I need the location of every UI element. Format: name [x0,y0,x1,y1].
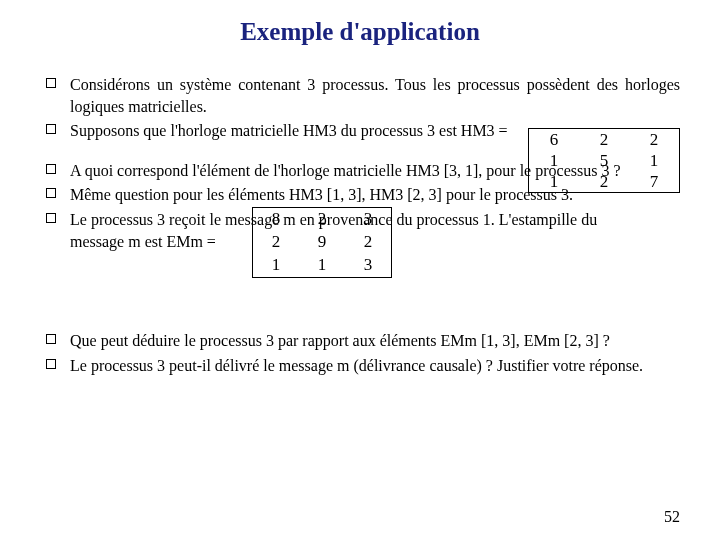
list-item: Considérons un système contenant 3 proce… [40,74,680,117]
matrix-cell: 1 [299,254,345,277]
matrix-cell: 2 [253,231,300,254]
matrix-cell: 2 [345,231,392,254]
matrix-cell: 3 [345,254,392,277]
matrix-cell: 9 [299,231,345,254]
bullet-text: Même question pour les éléments HM3 [1, … [70,186,573,203]
bullet-text: message m est EMm = [70,233,216,250]
bullet-text: Supposons que l'horloge matricielle HM3 … [70,122,508,139]
square-bullet-icon [46,213,56,223]
bullet-text: A quoi correspond l'élément de l'horloge… [70,162,621,179]
square-bullet-icon [46,78,56,88]
square-bullet-icon [46,164,56,174]
list-item: Que peut déduire le processus 3 par rapp… [40,330,680,352]
list-item: Le processus 3 peut-il délivré le messag… [40,355,680,377]
square-bullet-icon [46,359,56,369]
matrix-cell: 2 [579,129,629,151]
page-number: 52 [664,508,680,526]
square-bullet-icon [46,124,56,134]
bullet-text: Le processus 3 peut-il délivré le messag… [70,357,643,374]
matrix-cell: 1 [253,254,300,277]
bullet-block-3: Que peut déduire le processus 3 par rapp… [40,330,680,376]
bullet-text: Que peut déduire le processus 3 par rapp… [70,332,610,349]
matrix-cell: 6 [529,129,580,151]
matrix-emm: 8 2 3 2 9 2 1 1 3 [248,207,392,278]
square-bullet-icon [46,334,56,344]
matrix-cell: 2 [299,207,345,230]
page-title: Exemple d'application [40,18,680,46]
list-item: Le processus 3 reçoit le message m en pr… [40,209,680,304]
bullet-text: Considérons un système contenant 3 proce… [70,76,680,115]
matrix-cell: 8 [253,207,300,230]
matrix-cell: 3 [345,207,392,230]
matrix-cell: 2 [629,129,680,151]
list-item: A quoi correspond l'élément de l'horloge… [40,160,680,182]
square-bullet-icon [46,188,56,198]
list-item: Même question pour les éléments HM3 [1, … [40,184,680,206]
